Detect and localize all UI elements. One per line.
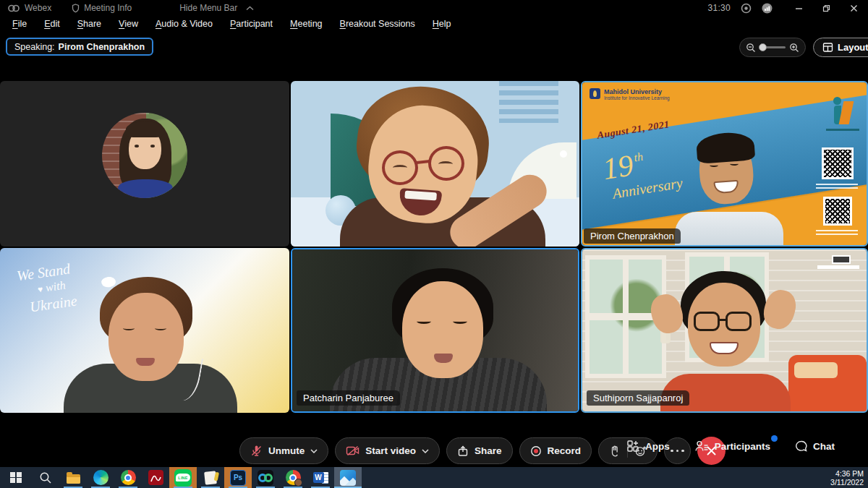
meeting-control-bar: Unmute Start video Share Record xyxy=(0,434,868,467)
record-label: Record xyxy=(548,445,582,456)
meeting-timer: 31:30 xyxy=(707,3,731,13)
app-name: Webex xyxy=(25,3,51,13)
taskbar-chrome[interactable] xyxy=(114,467,142,488)
institute-logo xyxy=(830,97,855,126)
unmute-button[interactable]: Unmute xyxy=(239,437,328,464)
acrobat-icon xyxy=(148,470,163,485)
file-explorer-icon xyxy=(67,474,80,484)
windows-taskbar: LINE Ps W 4:36 PM 3/11/2022 xyxy=(0,467,868,488)
menu-breakout-sessions[interactable]: Breakout Sessions xyxy=(331,17,424,30)
share-label: Share xyxy=(475,445,502,456)
zoom-slider-knob[interactable] xyxy=(759,43,767,51)
edge-icon xyxy=(93,470,109,485)
menu-bar: File Edit Share View Audio & Video Parti… xyxy=(0,16,868,32)
taskbar-word[interactable]: W xyxy=(307,467,334,488)
video-tile-suthiporn[interactable]: Suthiporn Sajjapanroj xyxy=(581,248,868,413)
chrome-icon xyxy=(121,470,136,485)
taskbar-file-explorer[interactable] xyxy=(59,467,87,488)
camera-off-icon xyxy=(346,445,359,456)
zoom-in-icon[interactable] xyxy=(789,43,799,53)
meeting-info-button[interactable]: Meeting Info xyxy=(84,3,132,13)
avatar xyxy=(102,113,187,198)
share-button[interactable]: Share xyxy=(446,437,513,464)
share-screen-icon xyxy=(457,445,469,457)
close-window-button[interactable] xyxy=(845,1,862,15)
grid-zoom-control xyxy=(739,38,806,57)
start-video-button[interactable]: Start video xyxy=(335,437,440,464)
taskbar-line[interactable]: LINE xyxy=(169,467,197,488)
video-tile-participant-4[interactable]: We Stand ♥ with Ukraine xyxy=(0,248,289,413)
menu-edit[interactable]: Edit xyxy=(35,17,69,30)
we-stand-with-ukraine-text: We Stand ♥ with Ukraine xyxy=(16,260,78,316)
participants-label: Participants xyxy=(715,441,770,452)
taskbar-chrome-profile[interactable] xyxy=(279,467,307,488)
video-options-chevron-icon[interactable] xyxy=(422,449,429,453)
chat-bubble-icon xyxy=(795,440,807,452)
restore-button[interactable] xyxy=(817,1,835,15)
menu-audio-video[interactable]: Audio & Video xyxy=(147,17,221,30)
raise-hand-icon[interactable] xyxy=(609,445,620,457)
participants-button[interactable]: Participants xyxy=(694,440,770,452)
connection-quality-icon xyxy=(762,3,773,14)
zoom-out-icon[interactable] xyxy=(746,43,756,53)
chevron-up-icon[interactable] xyxy=(246,6,254,11)
start-button[interactable] xyxy=(0,467,32,488)
video-tile-patcharin[interactable]: Patcharin Panjaburee xyxy=(291,248,579,413)
taskbar-photos[interactable] xyxy=(334,467,362,488)
line-icon: LINE xyxy=(174,469,192,487)
menu-participant[interactable]: Participant xyxy=(221,17,281,30)
window-title-bar: Webex Meeting Info Hide Menu Bar 31:30 xyxy=(0,0,868,16)
glasses xyxy=(694,312,720,331)
participant-name-label: Suthiporn Sajjapanroj xyxy=(587,390,689,406)
unmute-options-chevron-icon[interactable] xyxy=(310,449,318,453)
minimize-button[interactable] xyxy=(790,1,807,15)
taskbar-search-button[interactable] xyxy=(32,467,59,488)
taskbar-edge[interactable] xyxy=(87,467,114,488)
layout-button[interactable]: Layout xyxy=(813,38,868,57)
taskbar-acrobat[interactable] xyxy=(142,467,169,488)
institute-name: Institute for Innovative Learning xyxy=(604,95,670,100)
windows-logo-icon xyxy=(10,472,22,484)
clock-date: 3/11/2022 xyxy=(830,478,864,487)
shield-icon xyxy=(72,4,80,13)
chat-button[interactable]: Chat xyxy=(795,440,835,452)
apps-grid-icon xyxy=(626,440,639,453)
video-tile-pirom[interactable]: Mahidol University Institute for Innovat… xyxy=(581,81,868,247)
search-icon xyxy=(39,471,52,484)
speaking-name: Pirom Chenprakhon xyxy=(59,42,145,52)
menu-meeting[interactable]: Meeting xyxy=(281,17,331,30)
hide-menu-bar-button[interactable]: Hide Menu Bar xyxy=(179,3,237,13)
word-icon: W xyxy=(313,472,328,484)
sticky-note-icon xyxy=(204,471,217,485)
zoom-slider[interactable] xyxy=(760,46,786,48)
unmute-label: Unmute xyxy=(268,445,305,456)
mahidol-university-logo xyxy=(590,88,600,99)
profile-badge xyxy=(294,479,302,487)
chat-label: Chat xyxy=(813,441,835,452)
layout-label: Layout xyxy=(838,42,868,53)
taskbar-clock[interactable]: 4:36 PM 3/11/2022 xyxy=(830,469,864,487)
taskbar-photoshop[interactable]: Ps xyxy=(224,467,252,488)
apps-button[interactable]: Apps xyxy=(626,440,670,453)
taskbar-sticky-note[interactable] xyxy=(197,467,224,488)
menu-view[interactable]: View xyxy=(110,17,147,30)
webex-logo-icon xyxy=(7,4,20,13)
taskbar-webex[interactable] xyxy=(252,467,279,488)
record-button[interactable]: Record xyxy=(519,437,592,464)
qr-code xyxy=(822,147,854,179)
webex-icon xyxy=(258,470,273,486)
participants-icon xyxy=(694,440,709,452)
video-tile-participant-2[interactable] xyxy=(291,81,579,247)
start-video-label: Start video xyxy=(365,445,416,456)
pirom-figure xyxy=(675,212,783,245)
menu-file[interactable]: File xyxy=(4,17,35,30)
participant-name-label: Pirom Chenprakhon xyxy=(584,228,681,244)
chrome-profile-icon xyxy=(286,470,301,485)
video-tile-avatar-participant[interactable] xyxy=(0,81,289,247)
menu-share[interactable]: Share xyxy=(69,17,110,30)
recording-indicator-icon xyxy=(741,3,752,14)
microphone-muted-icon xyxy=(250,445,263,457)
participant-name-label: Patcharin Panjaburee xyxy=(297,390,400,406)
layout-grid-icon xyxy=(822,42,833,53)
menu-help[interactable]: Help xyxy=(424,17,460,30)
